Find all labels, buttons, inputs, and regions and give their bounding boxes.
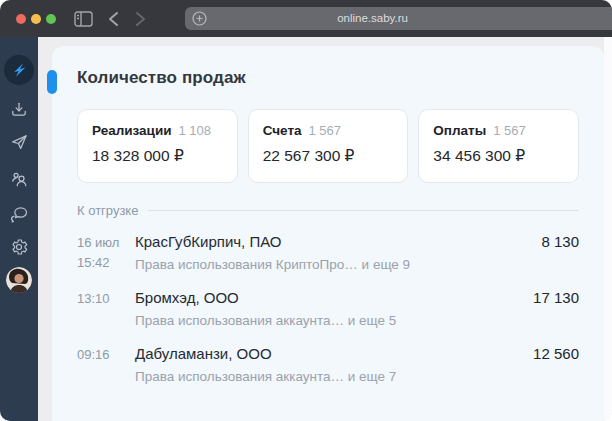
summary-cards: Реализации 1 108 18 328 000 ₽ Счета 1 56…	[77, 109, 579, 183]
row-amount: 17 130	[533, 289, 579, 306]
card-payments[interactable]: Оплаты 1 567 34 456 300 ₽	[418, 109, 579, 183]
list-item[interactable]: 13:10 Бромхэд, ООО Права использования а…	[77, 289, 579, 328]
main-area: Количество продаж Реализации 1 108 18 32…	[38, 37, 612, 421]
app-body: Количество продаж Реализации 1 108 18 32…	[0, 37, 612, 421]
card-label: Оплаты	[433, 123, 486, 138]
url-text: online.saby.ru	[185, 7, 560, 30]
zoom-button[interactable]	[46, 14, 56, 24]
content-panel: Количество продаж Реализации 1 108 18 32…	[52, 46, 604, 421]
list-item[interactable]: 09:16 Дабуламанзи, ООО Права использован…	[77, 345, 579, 384]
row-subtitle: Права использования КриптоПро… и еще 9	[135, 257, 531, 272]
send-icon[interactable]	[9, 132, 29, 152]
scroll-gutter	[604, 37, 612, 421]
row-time: 15:42	[77, 253, 135, 273]
card-count: 1 567	[493, 123, 526, 138]
page-title: Количество продаж	[77, 68, 579, 88]
minimize-button[interactable]	[31, 14, 41, 24]
card-label: Реализации	[92, 123, 172, 138]
row-amount: 12 560	[533, 345, 579, 362]
section-divider	[148, 210, 579, 211]
row-title: Дабуламанзи, ООО	[135, 345, 523, 364]
card-count: 1 108	[179, 123, 212, 138]
row-subtitle: Права использования аккаунта… и еще 7	[135, 369, 523, 384]
address-bar[interactable]: online.saby.ru	[185, 7, 612, 30]
row-amount: 8 130	[541, 233, 579, 250]
row-datetime: 13:10	[77, 289, 135, 309]
inbox-download-icon[interactable]	[9, 100, 29, 120]
back-icon[interactable]	[103, 9, 123, 29]
section-label: К отгрузке	[77, 203, 138, 218]
row-time: 13:10	[77, 289, 135, 309]
row-title: Бромхэд, ООО	[135, 289, 523, 308]
card-amount: 18 328 000 ₽	[92, 147, 223, 165]
contacts-icon[interactable]	[9, 169, 29, 189]
saby-bird-icon	[10, 61, 28, 79]
forward-icon[interactable]	[130, 9, 150, 29]
settings-gear-icon[interactable]	[9, 237, 29, 257]
close-button[interactable]	[16, 14, 26, 24]
saby-sidebar	[0, 37, 38, 421]
row-date: 16 июл	[77, 233, 135, 253]
row-datetime: 16 июл 15:42	[77, 233, 135, 272]
row-title: КрасГубКирпич, ПАО	[135, 233, 531, 252]
card-amount: 22 567 300 ₽	[263, 147, 394, 165]
card-count: 1 567	[309, 123, 342, 138]
row-subtitle: Права использования аккаунта… и еще 5	[135, 313, 523, 328]
profile-avatar[interactable]	[6, 267, 32, 293]
card-amount: 34 456 300 ₽	[433, 147, 564, 165]
saby-logo[interactable]	[4, 55, 34, 85]
accent-marker	[47, 70, 57, 94]
browser-chrome: online.saby.ru	[0, 0, 612, 37]
row-time: 09:16	[77, 345, 135, 365]
chats-icon[interactable]	[9, 204, 29, 224]
section-header: К отгрузке	[77, 203, 579, 218]
card-realizations[interactable]: Реализации 1 108 18 328 000 ₽	[77, 109, 238, 183]
shipment-list: 16 июл 15:42 КрасГубКирпич, ПАО Права ис…	[77, 233, 579, 384]
list-item[interactable]: 16 июл 15:42 КрасГубКирпич, ПАО Права ис…	[77, 233, 579, 272]
row-datetime: 09:16	[77, 345, 135, 365]
card-invoices[interactable]: Счета 1 567 22 567 300 ₽	[248, 109, 409, 183]
browser-window: online.saby.ru	[0, 0, 612, 421]
browser-sidebar-toggle-icon[interactable]	[73, 9, 93, 29]
card-label: Счета	[263, 123, 302, 138]
avatar-photo	[6, 267, 32, 293]
